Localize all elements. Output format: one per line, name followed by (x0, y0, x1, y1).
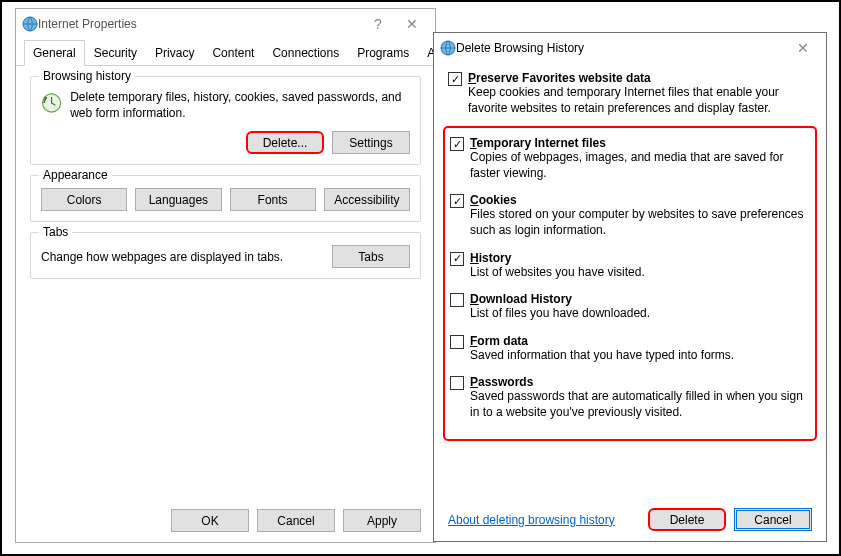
checkbox-icon[interactable] (448, 72, 462, 86)
browsing-history-desc: Delete temporary files, history, cookies… (70, 89, 410, 121)
checkbox-icon[interactable] (450, 293, 464, 307)
checkbox-icon[interactable] (450, 376, 464, 390)
checkbox-icon[interactable] (450, 194, 464, 208)
ie-globe-icon (22, 16, 38, 32)
window-title: Delete Browsing History (456, 41, 786, 55)
option-desc: Copies of webpages, images, and media th… (470, 150, 810, 181)
option-title: Preserve Favorites website data (468, 71, 812, 85)
option-title: History (470, 251, 810, 265)
group-legend: Browsing history (39, 69, 135, 83)
tab-programs[interactable]: Programs (348, 40, 418, 66)
delete-button[interactable]: Delete (648, 508, 726, 531)
checkbox-icon[interactable] (450, 137, 464, 151)
close-button[interactable]: ✕ (786, 37, 820, 59)
option-title: Form data (470, 334, 810, 348)
delete-option-3[interactable]: Download HistoryList of files you have d… (445, 290, 815, 332)
tabs-button[interactable]: Tabs (332, 245, 410, 268)
titlebar[interactable]: Delete Browsing History ✕ (434, 33, 826, 63)
browsing-history-group: Browsing history Delete temporary files,… (30, 76, 421, 165)
appearance-group: Appearance Colors Languages Fonts Access… (30, 175, 421, 222)
checklist-highlight-box: Temporary Internet filesCopies of webpag… (443, 126, 817, 440)
tabs-desc: Change how webpages are displayed in tab… (41, 250, 302, 264)
delete-browsing-history-window: Delete Browsing History ✕ Preserve Favor… (433, 32, 827, 542)
tab-security[interactable]: Security (85, 40, 146, 66)
option-title: Temporary Internet files (470, 136, 810, 150)
languages-button[interactable]: Languages (135, 188, 221, 211)
option-desc: Saved information that you have typed in… (470, 348, 810, 364)
tab-general[interactable]: General (24, 40, 85, 66)
delete-option-5[interactable]: PasswordsSaved passwords that are automa… (445, 373, 815, 430)
tab-privacy[interactable]: Privacy (146, 40, 203, 66)
delete-option-1[interactable]: CookiesFiles stored on your computer by … (445, 191, 815, 248)
cancel-button[interactable]: Cancel (734, 508, 812, 531)
option-title: Cookies (470, 193, 810, 207)
tab-content[interactable]: Content (203, 40, 263, 66)
colors-button[interactable]: Colors (41, 188, 127, 211)
accessibility-button[interactable]: Accessibility (324, 188, 410, 211)
group-legend: Tabs (39, 225, 72, 239)
preserve-favorites-option[interactable]: Preserve Favorites website data Keep coo… (434, 69, 826, 124)
settings-button[interactable]: Settings (332, 131, 410, 154)
checkbox-icon[interactable] (450, 335, 464, 349)
close-button[interactable]: ✕ (395, 13, 429, 35)
dialog-footer: OK Cancel Apply (16, 499, 435, 542)
option-desc: Files stored on your computer by website… (470, 207, 810, 238)
internet-properties-window: Internet Properties ? ✕ General Security… (15, 8, 436, 543)
option-title: Passwords (470, 375, 810, 389)
cancel-button[interactable]: Cancel (257, 509, 335, 532)
option-title: Download History (470, 292, 810, 306)
option-desc: Saved passwords that are automatically f… (470, 389, 810, 420)
checkbox-icon[interactable] (450, 252, 464, 266)
tabs-group: Tabs Change how webpages are displayed i… (30, 232, 421, 279)
help-button[interactable]: ? (361, 13, 395, 35)
dialog-footer: About deleting browsing history Delete C… (434, 498, 826, 541)
tab-connections[interactable]: Connections (263, 40, 348, 66)
group-legend: Appearance (39, 168, 112, 182)
titlebar[interactable]: Internet Properties ? ✕ (16, 9, 435, 39)
fonts-button[interactable]: Fonts (230, 188, 316, 211)
delete-button[interactable]: Delete... (246, 131, 324, 154)
tabstrip: General Security Privacy Content Connect… (16, 39, 435, 66)
ok-button[interactable]: OK (171, 509, 249, 532)
history-clock-icon (41, 89, 62, 117)
option-desc: Keep cookies and temporary Internet file… (468, 85, 812, 116)
delete-option-2[interactable]: HistoryList of websites you have visited… (445, 249, 815, 291)
ie-globe-icon (440, 40, 456, 56)
delete-option-0[interactable]: Temporary Internet filesCopies of webpag… (445, 134, 815, 191)
option-desc: List of files you have downloaded. (470, 306, 810, 322)
about-link[interactable]: About deleting browsing history (448, 513, 640, 527)
option-desc: List of websites you have visited. (470, 265, 810, 281)
delete-option-4[interactable]: Form dataSaved information that you have… (445, 332, 815, 374)
window-title: Internet Properties (38, 17, 361, 31)
apply-button[interactable]: Apply (343, 509, 421, 532)
